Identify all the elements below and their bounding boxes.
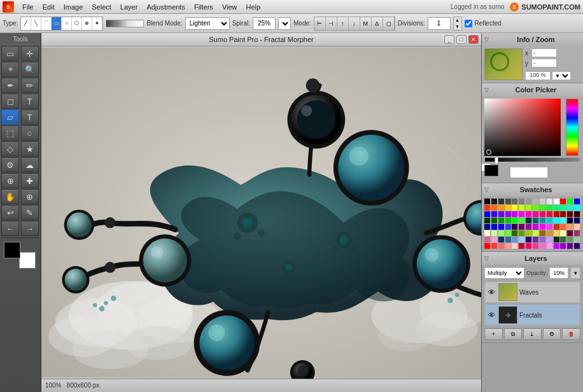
fill-tool[interactable]: T	[21, 109, 39, 125]
color-hue-bar[interactable]	[566, 99, 579, 156]
swatch-cell[interactable]	[491, 243, 497, 249]
swatch-cell[interactable]	[554, 205, 559, 211]
color-alpha-bar[interactable]	[484, 157, 580, 162]
color-hex-input[interactable]: 000000	[510, 167, 548, 178]
swatch-cell[interactable]	[498, 211, 504, 217]
swatch-cell[interactable]	[505, 205, 511, 211]
swatch-cell[interactable]	[554, 218, 559, 223]
menu-edit[interactable]: Edit	[38, 2, 59, 12]
move-tool[interactable]: ✛	[21, 46, 39, 61]
close-button[interactable]: ✕	[468, 35, 479, 44]
clone-tool[interactable]: ⊕	[1, 173, 19, 188]
swatch-cell[interactable]	[547, 218, 552, 223]
polygon-tool[interactable]: ◇	[1, 141, 19, 157]
swatch-cell[interactable]	[519, 199, 524, 204]
swatch-cell[interactable]	[540, 230, 545, 236]
swatch-cell[interactable]	[498, 218, 504, 223]
shape-line2[interactable]: ╲	[31, 17, 41, 30]
maximize-button[interactable]: □	[456, 35, 467, 44]
swatch-cell[interactable]	[484, 205, 490, 211]
swatch-cell[interactable]	[554, 211, 559, 217]
swatch-cell[interactable]	[567, 230, 573, 236]
undo-tool[interactable]: ↩	[1, 205, 19, 220]
swatch-cell[interactable]	[526, 205, 531, 211]
swatch-cell[interactable]	[491, 224, 497, 230]
divisions-up[interactable]: ▲	[454, 17, 461, 24]
menu-file[interactable]: File	[18, 2, 38, 12]
swatch-cell[interactable]	[540, 237, 545, 242]
shape-ellipse[interactable]: ○	[62, 17, 72, 30]
color-picker-header[interactable]: ▽ Color Picker	[482, 83, 583, 96]
swatch-cell[interactable]	[540, 205, 545, 211]
swatch-cell[interactable]	[498, 230, 504, 236]
swatch-cell[interactable]	[540, 243, 545, 249]
swatch-cell[interactable]	[484, 218, 490, 223]
spiral-select[interactable]: ▼	[278, 17, 291, 30]
swatch-cell[interactable]	[560, 211, 566, 217]
swatch-cell[interactable]	[533, 211, 538, 217]
swatch-cell[interactable]	[567, 243, 573, 249]
swatch-cell[interactable]	[512, 224, 517, 230]
swatch-cell[interactable]	[554, 199, 559, 204]
swatch-cell[interactable]	[512, 230, 517, 236]
swatch-cell[interactable]	[512, 205, 517, 211]
zoom-tool[interactable]: 🔍	[21, 62, 39, 77]
shape-special[interactable]: ⊕	[82, 17, 92, 30]
swatch-cell[interactable]	[491, 230, 497, 236]
text-tool[interactable]: T	[21, 94, 39, 109]
opacity-dropdown[interactable]: ▼	[570, 267, 580, 279]
shape-rect[interactable]: ▭	[52, 17, 62, 30]
swatch-cell[interactable]	[533, 224, 538, 230]
swatch-cell[interactable]	[554, 237, 559, 242]
swatch-cell[interactable]	[547, 211, 552, 217]
menu-adjustments[interactable]: Adjustments	[142, 2, 190, 12]
swatch-cell[interactable]	[574, 237, 580, 242]
swatch-cell[interactable]	[540, 218, 545, 223]
swatch-cell[interactable]	[574, 199, 580, 204]
swatch-cell[interactable]	[567, 237, 573, 242]
delete-layer-button[interactable]: 🗑	[562, 328, 580, 340]
layer-settings-button[interactable]: ⚙	[543, 328, 561, 340]
swatch-cell[interactable]	[505, 237, 511, 242]
zoom-input[interactable]: 100 %	[525, 71, 551, 80]
swatch-cell[interactable]	[505, 224, 511, 230]
menu-help[interactable]: Help	[242, 2, 265, 12]
swatch-cell[interactable]	[547, 199, 552, 204]
eraser-tool[interactable]: ◻	[1, 94, 19, 109]
mode-btn2[interactable]: ⊣	[326, 17, 337, 30]
shape-fractal[interactable]: ✦	[92, 17, 102, 30]
swatch-cell[interactable]	[554, 224, 559, 230]
hand-tool[interactable]: ✋	[1, 189, 19, 204]
swatch-cell[interactable]	[505, 199, 511, 204]
swatch-cell[interactable]	[526, 224, 531, 230]
swatch-cell[interactable]	[512, 211, 517, 217]
swatch-cell[interactable]	[547, 230, 552, 236]
swatch-cell[interactable]	[484, 243, 490, 249]
layer-blend-mode[interactable]: Multiply Normal Lighten	[484, 267, 524, 279]
swatch-cell[interactable]	[491, 199, 497, 204]
swatch-cell[interactable]	[519, 230, 524, 236]
swatch-cell[interactable]	[560, 230, 566, 236]
swatch-cell[interactable]	[540, 199, 545, 204]
swatch-cell[interactable]	[574, 224, 580, 230]
shape-line[interactable]: ╱	[21, 17, 31, 30]
swatch-cell[interactable]	[526, 211, 531, 217]
swatch-cell[interactable]	[560, 205, 566, 211]
layers-header[interactable]: ▽ Layers	[482, 252, 583, 265]
swatch-cell[interactable]	[526, 199, 531, 204]
swatch-cell[interactable]	[567, 205, 573, 211]
swatch-cell[interactable]	[491, 205, 497, 211]
swatch-cell[interactable]	[505, 243, 511, 249]
swatch-cell[interactable]	[533, 237, 538, 242]
swatch-cell[interactable]	[491, 218, 497, 223]
swatch-cell[interactable]	[533, 205, 538, 211]
swatch-cell[interactable]	[498, 199, 504, 204]
swatch-cell[interactable]	[547, 205, 552, 211]
swatch-cell[interactable]	[547, 237, 552, 242]
swatch-cell[interactable]	[505, 211, 511, 217]
swatch-cell[interactable]	[567, 224, 573, 230]
select-tool[interactable]: ▭	[1, 46, 19, 61]
swatch-cell[interactable]	[547, 243, 552, 249]
swatch-cell[interactable]	[484, 211, 490, 217]
swatch-cell[interactable]	[540, 211, 545, 217]
